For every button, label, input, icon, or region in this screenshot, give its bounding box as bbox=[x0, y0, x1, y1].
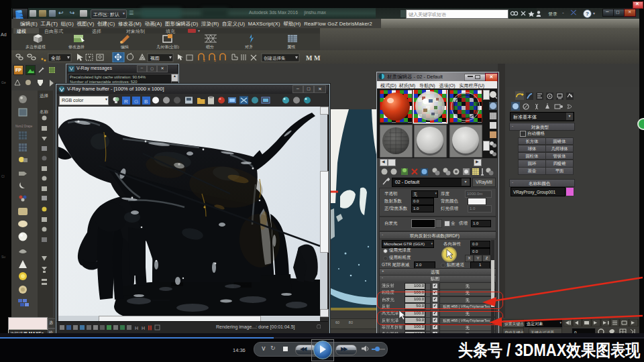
svg-text:Nvm2 Drape: Nvm2 Drape bbox=[15, 125, 33, 128]
svg-text:创建选择集: 创建选择集 bbox=[264, 56, 286, 61]
svg-text:G: G bbox=[134, 99, 138, 105]
svg-text:H: H bbox=[142, 326, 145, 330]
svg-text:M: M bbox=[306, 54, 313, 62]
svg-text:全部: 全部 bbox=[51, 56, 60, 61]
svg-text:2: 2 bbox=[203, 58, 205, 62]
svg-text:3: 3 bbox=[214, 58, 216, 62]
svg-text:M: M bbox=[314, 54, 321, 62]
svg-text:B: B bbox=[144, 99, 148, 105]
svg-text:视图: 视图 bbox=[150, 56, 160, 61]
svg-text:R: R bbox=[124, 99, 128, 105]
svg-text:H: H bbox=[135, 326, 138, 330]
